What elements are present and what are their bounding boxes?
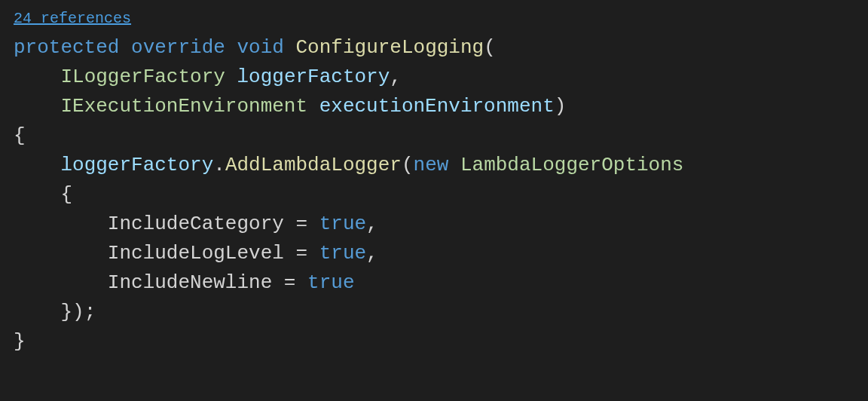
close-braces: });: [60, 301, 96, 323]
equals: =: [272, 271, 307, 294]
code-line[interactable]: {: [14, 121, 868, 151]
comma: ,: [366, 242, 378, 265]
keyword-override: override: [131, 36, 225, 59]
comma: ,: [390, 66, 402, 88]
code-line[interactable]: IncludeCategory = true,: [14, 210, 868, 239]
property-name: IncludeNewline: [108, 271, 272, 294]
identifier: loggerFactory: [60, 154, 213, 176]
code-line[interactable]: protected override void ConfigureLogging…: [14, 33, 868, 63]
equals: =: [284, 213, 319, 235]
brace-open: {: [14, 124, 26, 147]
code-line[interactable]: IExecutionEnvironment executionEnvironme…: [14, 92, 868, 121]
type-name: IExecutionEnvironment: [60, 95, 307, 118]
type-name: LambdaLoggerOptions: [460, 154, 683, 176]
code-line[interactable]: ILoggerFactory loggerFactory,: [14, 63, 868, 92]
dot: .: [213, 154, 225, 176]
method-call: AddLambdaLogger: [225, 154, 402, 176]
method-name: ConfigureLogging: [296, 36, 484, 59]
equals: =: [284, 242, 319, 265]
paren-open: (: [402, 154, 414, 176]
brace-open: {: [60, 183, 72, 206]
keyword-true: true: [319, 242, 366, 265]
keyword-protected: protected: [14, 36, 119, 59]
code-line[interactable]: IncludeLogLevel = true,: [14, 239, 868, 268]
code-line[interactable]: IncludeNewline = true: [14, 268, 868, 298]
brace-close: }: [14, 330, 26, 353]
param-name: executionEnvironment: [319, 95, 555, 118]
code-line[interactable]: loggerFactory.AddLambdaLogger(new Lambda…: [14, 151, 868, 180]
code-line[interactable]: {: [14, 180, 868, 210]
codelens-references[interactable]: 24 references: [14, 8, 131, 30]
code-editor[interactable]: 24 references protected override void Co…: [0, 0, 868, 357]
keyword-void: void: [237, 36, 283, 59]
comma: ,: [366, 213, 378, 235]
property-name: IncludeLogLevel: [108, 242, 284, 265]
paren-open: (: [484, 36, 496, 59]
keyword-new: new: [414, 154, 449, 176]
keyword-true: true: [307, 271, 354, 294]
keyword-true: true: [319, 213, 366, 235]
type-name: ILoggerFactory: [60, 66, 225, 88]
property-name: IncludeCategory: [108, 213, 284, 235]
param-name: loggerFactory: [237, 66, 390, 88]
paren-close: ): [555, 95, 567, 118]
code-line[interactable]: }: [14, 327, 868, 357]
code-line[interactable]: });: [14, 298, 868, 327]
